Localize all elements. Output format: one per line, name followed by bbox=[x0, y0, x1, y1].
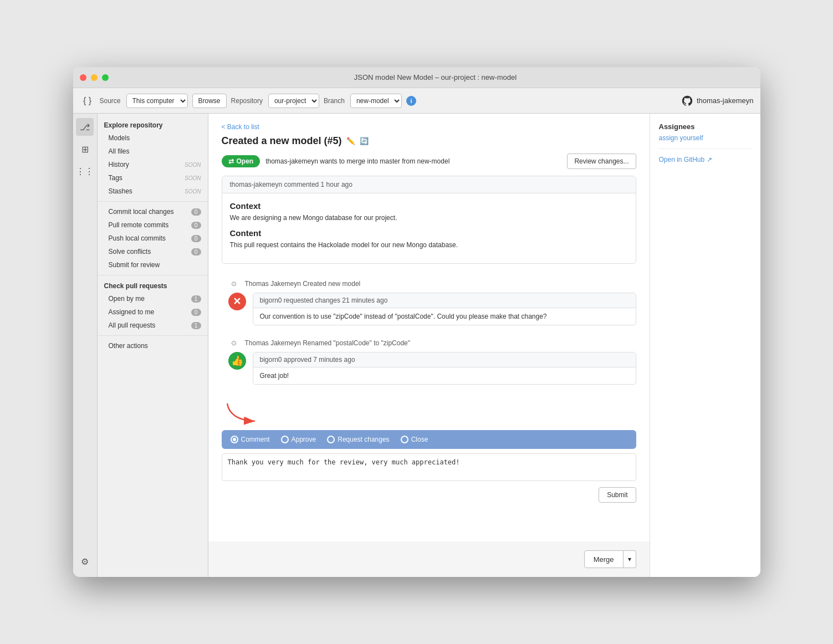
github-icon bbox=[681, 95, 693, 107]
all-prs-label: All pull requests bbox=[109, 321, 191, 329]
settings-icon[interactable]: ⚙ bbox=[76, 553, 94, 570]
sidebar-divider-3 bbox=[98, 335, 208, 336]
open-in-github-label: Open in GitHub bbox=[659, 156, 705, 163]
models-label: Models bbox=[109, 134, 201, 142]
assignees-title: Assignees bbox=[659, 122, 752, 131]
history-soon: SOON bbox=[185, 162, 201, 168]
sidebar-item-other-actions[interactable]: Other actions bbox=[98, 339, 208, 352]
pr-status-left: ⇄ Open thomas-jakemeyn wants to merge in… bbox=[222, 155, 450, 167]
repository-select[interactable]: our-project bbox=[268, 94, 319, 108]
submit-button[interactable]: Submit bbox=[599, 487, 636, 503]
radio-request-changes[interactable]: Request changes bbox=[327, 436, 389, 443]
radio-request-changes-label: Request changes bbox=[338, 436, 389, 443]
push-local-label: Push local commits bbox=[109, 234, 191, 242]
commit-2-text: Thomas Jakemeyn Renamed "postalCode" to … bbox=[245, 339, 411, 347]
tags-label: Tags bbox=[109, 174, 185, 182]
arrow-indicator bbox=[222, 398, 636, 426]
traffic-lights bbox=[80, 74, 109, 81]
solve-conflicts-badge: 0 bbox=[191, 248, 201, 255]
explore-header: Explore repository bbox=[98, 118, 208, 131]
pr-status-icon: ⇄ bbox=[228, 157, 234, 165]
right-panel: Assignees assign yourself Open in GitHub… bbox=[650, 114, 760, 577]
main-layout: ⎇ ⊞ ⋮⋮ ⚙ Explore repository Models All f… bbox=[73, 114, 760, 577]
user-area: thomas-jakemeyn bbox=[681, 95, 754, 107]
radio-comment[interactable]: Comment bbox=[231, 436, 270, 443]
pr-title: Created a new model (#5) bbox=[222, 135, 342, 147]
reject-icon: ✕ bbox=[228, 293, 246, 310]
pr-title-row: Created a new model (#5) ✏️ 🔄 bbox=[222, 135, 636, 147]
minimize-button[interactable] bbox=[91, 74, 98, 81]
pr-description: thomas-jakemeyn wants to merge into mast… bbox=[265, 157, 449, 165]
radio-approve[interactable]: Approve bbox=[281, 436, 316, 443]
timeline-reject: ✕ bigorn0 requested changes 21 minutes a… bbox=[222, 293, 636, 325]
stashes-soon: SOON bbox=[185, 188, 201, 195]
sidebar-item-solve-conflicts[interactable]: Solve conflicts 0 bbox=[98, 245, 208, 258]
comment-body: Context We are designing a new Mongo dat… bbox=[222, 193, 636, 263]
sidebar-item-models[interactable]: Models bbox=[98, 131, 208, 145]
radio-close-label: Close bbox=[411, 436, 428, 443]
sidebar-item-all-prs[interactable]: All pull requests 1 bbox=[98, 319, 208, 332]
sidebar-item-commit-local[interactable]: Commit local changes 0 bbox=[98, 205, 208, 218]
stashes-label: Stashes bbox=[109, 187, 185, 195]
edit-icon[interactable]: ✏️ bbox=[346, 137, 355, 145]
reject-comment-header: bigorn0 requested changes 21 minutes ago bbox=[253, 293, 636, 308]
timeline-commit-2: ⊙ Thomas Jakemeyn Renamed "postalCode" t… bbox=[222, 334, 636, 352]
close-button[interactable] bbox=[80, 74, 86, 81]
sidebar-item-open-by-me[interactable]: Open by me 1 bbox=[98, 292, 208, 305]
assigned-to-me-label: Assigned to me bbox=[109, 308, 191, 316]
refresh-icon[interactable]: 🔄 bbox=[360, 137, 369, 145]
assigned-to-me-badge: 0 bbox=[191, 309, 201, 316]
sidebar-item-assigned-to-me[interactable]: Assigned to me 0 bbox=[98, 305, 208, 319]
solve-conflicts-label: Solve conflicts bbox=[109, 248, 191, 255]
submit-review-label: Submit for review bbox=[109, 261, 201, 269]
sidebar-item-submit-review[interactable]: Submit for review bbox=[98, 258, 208, 272]
sidebar-item-all-files[interactable]: All files bbox=[98, 145, 208, 158]
pr-header: ⇄ Open thomas-jakemeyn wants to merge in… bbox=[222, 154, 636, 169]
main-comment-block: thomas-jakemeyn commented 1 hour ago Con… bbox=[222, 176, 636, 264]
pr-status-badge: ⇄ Open bbox=[222, 155, 260, 167]
approve-icon: 👍 bbox=[228, 352, 246, 370]
info-icon[interactable]: i bbox=[406, 96, 416, 106]
commit-dot-icon: ⊙ bbox=[228, 278, 239, 289]
commit-1-text: Thomas Jakemeyn Created new model bbox=[245, 280, 361, 288]
merge-dropdown-button[interactable]: ▾ bbox=[624, 550, 636, 568]
review-action-bar: Comment Approve Request changes Clo bbox=[222, 430, 636, 449]
merge-button[interactable]: Merge bbox=[584, 550, 624, 568]
window-title: JSON model New Model – our-project : new… bbox=[117, 73, 754, 81]
source-select[interactable]: This computer bbox=[126, 94, 188, 108]
review-changes-button[interactable]: Review changes... bbox=[567, 154, 636, 169]
pr-status-text: Open bbox=[237, 157, 254, 165]
repository-label: Repository bbox=[231, 97, 263, 105]
content-text: This pull request contains the Hackolade… bbox=[230, 241, 628, 249]
sidebar-item-stashes[interactable]: Stashes SOON bbox=[98, 185, 208, 198]
open-by-me-label: Open by me bbox=[109, 295, 191, 303]
branch-select[interactable]: new-model bbox=[350, 94, 402, 108]
external-link-icon: ↗ bbox=[707, 156, 712, 163]
model-icon[interactable]: ⊞ bbox=[76, 140, 94, 158]
toolbar: { } Source This computer Browse Reposito… bbox=[73, 88, 760, 114]
browse-button[interactable]: Browse bbox=[192, 94, 227, 108]
app-window: JSON model New Model – our-project : new… bbox=[73, 67, 760, 577]
commit-dot-icon-2: ⊙ bbox=[228, 338, 239, 349]
content-title: Content bbox=[230, 228, 628, 238]
radio-close[interactable]: Close bbox=[401, 436, 428, 443]
source-control-icon[interactable]: ⎇ bbox=[76, 118, 94, 136]
source-label: Source bbox=[100, 97, 121, 105]
grid-icon[interactable]: ⋮⋮ bbox=[76, 162, 94, 180]
maximize-button[interactable] bbox=[102, 74, 109, 81]
reject-comment-box: bigorn0 requested changes 21 minutes ago… bbox=[253, 293, 636, 325]
sidebar-item-push-local[interactable]: Push local commits 0 bbox=[98, 232, 208, 245]
sidebar-item-pull-remote[interactable]: Pull remote commits 0 bbox=[98, 218, 208, 232]
timeline-commit-1: ⊙ Thomas Jakemeyn Created new model bbox=[222, 275, 636, 293]
open-in-github-link[interactable]: Open in GitHub ↗ bbox=[659, 156, 752, 163]
review-textarea[interactable]: Thank you very much for the review, very… bbox=[222, 453, 636, 481]
sidebar-item-history[interactable]: History SOON bbox=[98, 158, 208, 171]
approve-comment-body: Great job! bbox=[253, 367, 636, 384]
sidebar-item-tags[interactable]: Tags SOON bbox=[98, 171, 208, 185]
pull-remote-label: Pull remote commits bbox=[109, 221, 191, 229]
radio-approve-label: Approve bbox=[292, 436, 316, 443]
assign-yourself-link[interactable]: assign yourself bbox=[659, 134, 752, 142]
open-by-me-badge: 1 bbox=[191, 295, 201, 303]
back-link[interactable]: < Back to list bbox=[222, 123, 259, 131]
merge-area: Merge ▾ bbox=[208, 541, 650, 577]
